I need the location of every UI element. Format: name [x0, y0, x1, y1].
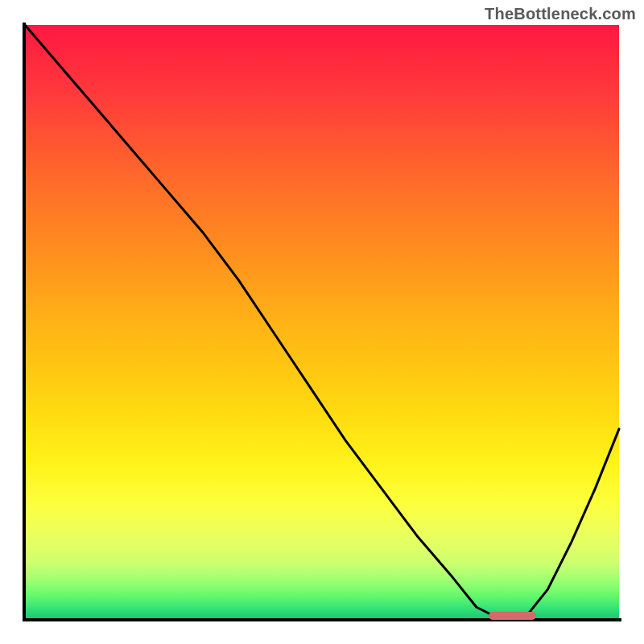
- optimal-zone-marker: [489, 612, 536, 620]
- bottleneck-curve-path: [25, 25, 619, 619]
- curve-layer: [25, 25, 619, 619]
- bottleneck-chart: TheBottleneck.com: [0, 0, 644, 644]
- watermark-text: TheBottleneck.com: [485, 5, 636, 23]
